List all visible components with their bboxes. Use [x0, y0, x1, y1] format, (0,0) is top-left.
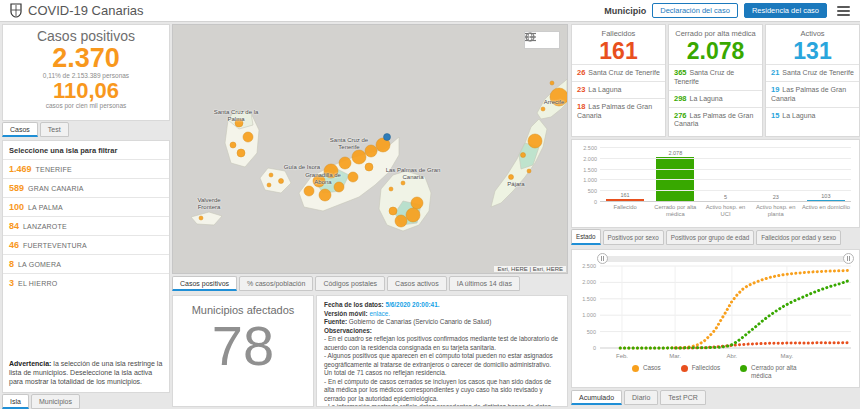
island-row-tenerife[interactable]: 1.469TENERIFE: [3, 159, 169, 178]
declaracion-del-caso-button[interactable]: Declaración del caso: [652, 3, 738, 18]
bar-activo-hosp-en-planta[interactable]: 23: [751, 148, 801, 202]
tab-positivos-por-sexo[interactable]: Positivos por sexo: [603, 230, 664, 245]
municipality-row: 298La Laguna: [669, 90, 762, 107]
map-controls: [524, 31, 560, 49]
activos-value: 131: [766, 38, 859, 64]
tab-diario[interactable]: Diario: [624, 390, 658, 405]
municipality-row: 23La Laguna: [572, 81, 665, 98]
legend-item-fallecidos[interactable]: Fallecidos: [681, 364, 720, 379]
page-title: COVID-19 Canarias: [28, 3, 144, 18]
residencia-del-caso-button[interactable]: Residencia del caso: [744, 3, 827, 18]
legend-item-cerrado-por-alta-m-dica[interactable]: Cerrado por alta médica: [740, 364, 799, 379]
svg-text:2.500: 2.500: [582, 263, 596, 269]
acumulado-tabs: AcumuladoDiarioTest PCR: [571, 390, 706, 405]
svg-text:2.000: 2.000: [582, 279, 596, 285]
map-panel[interactable]: Santa Cruz de la PalmaValverde FronteraG…: [172, 24, 568, 274]
cerrado-por-alta-m-dica-panel: Cerrado por alta médica2.078365Santa Cru…: [668, 24, 763, 137]
bar-category-label: Fallecido: [600, 204, 650, 217]
island-filter-panel: Seleccione una isla para filtrar 1.469TE…: [2, 140, 170, 393]
fuente-value: Gobierno de Canarias (Servicio Canario d…: [349, 318, 491, 325]
bar-activo-en-domicilio[interactable]: 103: [801, 148, 851, 202]
island-name: FUERTEVENTURA: [23, 242, 87, 249]
tab-estado[interactable]: Estado: [571, 229, 601, 245]
estado-bar-chart-panel: 1612.07852310305001.0001.5002.0002.500 F…: [571, 139, 860, 228]
municipio-label: Municipio: [604, 6, 646, 16]
legend-dot-icon: [632, 365, 639, 372]
island-name: TENERIFE: [36, 166, 72, 173]
tab-casos-activos[interactable]: Casos activos: [387, 276, 447, 291]
casos-positivos-title: Casos positivos: [3, 28, 169, 44]
estado-bar-chart: 1612.07852310305001.0001.5002.0002.500: [600, 148, 851, 202]
fecha-label: Fecha de los datos:: [324, 301, 384, 308]
island-row-la-gomera[interactable]: 8LA GOMERA: [3, 254, 169, 273]
tab-test[interactable]: Test: [40, 122, 69, 137]
acumulado-line-chart: 05001.0001.5002.0002.500Feb.Mar.Abr.May.: [574, 262, 857, 366]
tab-isla[interactable]: Isla: [2, 394, 29, 409]
chart-legend: CasosFallecidosCerrado por alta médica: [572, 364, 859, 379]
bar-ytick: 500: [576, 188, 597, 194]
legend-item-casos[interactable]: Casos: [632, 364, 661, 379]
tab-casos-poblaci-n[interactable]: % casos/población: [239, 276, 313, 291]
observacion-note: - En el cuadro se reflejan los positivos…: [324, 335, 560, 352]
bar-ytick: 2.000: [576, 156, 597, 162]
municipality-row: 26Santa Cruz de Tenerife: [572, 64, 665, 81]
map-home-extent-icon[interactable]: [542, 32, 559, 48]
map-canvas[interactable]: [173, 25, 567, 273]
island-count: 1.469: [9, 164, 32, 174]
tab-fallecidos-por-edad-y-sexo[interactable]: Fallecidos por edad y sexo: [756, 230, 841, 245]
svg-text:Abr.: Abr.: [727, 353, 738, 359]
acumulado-line-chart-panel: 05001.0001.5002.0002.500Feb.Mar.Abr.May.…: [571, 249, 860, 388]
map-layer-tabs: Casos positivos% casos/poblaciónCódigos …: [172, 276, 520, 291]
svg-text:0: 0: [593, 345, 596, 351]
bar-ytick: 1.500: [576, 167, 597, 173]
island-name: GRAN CANARIA: [28, 185, 84, 192]
menu-icon[interactable]: [837, 6, 850, 16]
island-name: EL HIERRO: [18, 280, 57, 287]
version-movil-link[interactable]: enlace.: [369, 310, 390, 317]
observaciones-label: Observaciones:: [324, 327, 372, 334]
header: COVID-19 Canarias Municipio Declaración …: [0, 0, 860, 22]
island-count: 100: [9, 202, 24, 212]
bar-activo-hosp-en-uci[interactable]: 5: [700, 148, 750, 202]
activos-panel: Activos13121Santa Cruz de Tenerife19Las …: [765, 24, 860, 137]
tab-casos[interactable]: Casos: [2, 122, 38, 137]
canarias-crest-icon: [10, 3, 22, 18]
dashboard: COVID-19 Canarias Municipio Declaración …: [0, 0, 860, 409]
fuente-label: Fuente:: [324, 318, 347, 325]
activos-title: Activos: [766, 29, 859, 38]
island-row-fuerteventura[interactable]: 46FUERTEVENTURA: [3, 235, 169, 254]
island-row-la-palma[interactable]: 100LA PALMA: [3, 197, 169, 216]
svg-text:1.500: 1.500: [582, 296, 596, 302]
bar-category-label: Activo hosp. en planta: [751, 204, 801, 217]
casos-rate-subtitle: casos por cien mil personas: [3, 102, 169, 109]
isla-municipios-tabs: IslaMunicipios: [2, 394, 80, 409]
estado-tabs: EstadoPositivos por sexoPositivos por gr…: [571, 229, 841, 245]
advertencia-label: Advertencia:: [9, 360, 51, 367]
tab-acumulado[interactable]: Acumulado: [571, 390, 622, 405]
island-row-el-hierro[interactable]: 3EL HIERRO: [3, 273, 169, 292]
tab-c-digos-postales[interactable]: Códigos postales: [315, 276, 385, 291]
casos-test-tabs: CasosTest: [2, 122, 69, 137]
casos-rate-value: 110,06: [3, 79, 169, 102]
island-count: 8: [9, 259, 14, 269]
tab-casos-positivos[interactable]: Casos positivos: [172, 276, 237, 291]
island-count: 84: [9, 221, 19, 231]
tab-test-pcr[interactable]: Test PCR: [660, 390, 706, 405]
municipios-afectados-value: 78: [173, 318, 313, 374]
tab-positivos-por-grupo-de-edad[interactable]: Positivos por grupo de edad: [666, 230, 754, 245]
observaciones-notes: - En el cuadro se reflejan los positivos…: [324, 335, 560, 407]
island-name: LA PALMA: [28, 204, 63, 211]
bar-cerrado-por-alta-m-dica[interactable]: 2.078: [650, 148, 700, 202]
island-row-gran-canaria[interactable]: 589GRAN CANARIA: [3, 178, 169, 197]
tab-ia-ltimos-14-d-as[interactable]: IA últimos 14 días: [449, 276, 520, 291]
bar-fallecido[interactable]: 161: [600, 148, 650, 202]
island-name: LA GOMERA: [18, 261, 61, 268]
municipality-row: 19Las Palmas de Gran Canaria: [766, 81, 859, 107]
bar-ytick: 2.500: [576, 145, 597, 151]
municipality-row: 276Las Palmas de Gran Canaria: [669, 107, 762, 133]
island-row-lanzarote[interactable]: 84LANZAROTE: [3, 216, 169, 235]
island-count: 3: [9, 278, 14, 288]
cerrado-por-alta-m-dica-value: 2.078: [669, 38, 762, 64]
fallecidos-panel: Fallecidos16126Santa Cruz de Tenerife23L…: [571, 24, 666, 137]
tab-municipios[interactable]: Municipios: [31, 394, 80, 409]
